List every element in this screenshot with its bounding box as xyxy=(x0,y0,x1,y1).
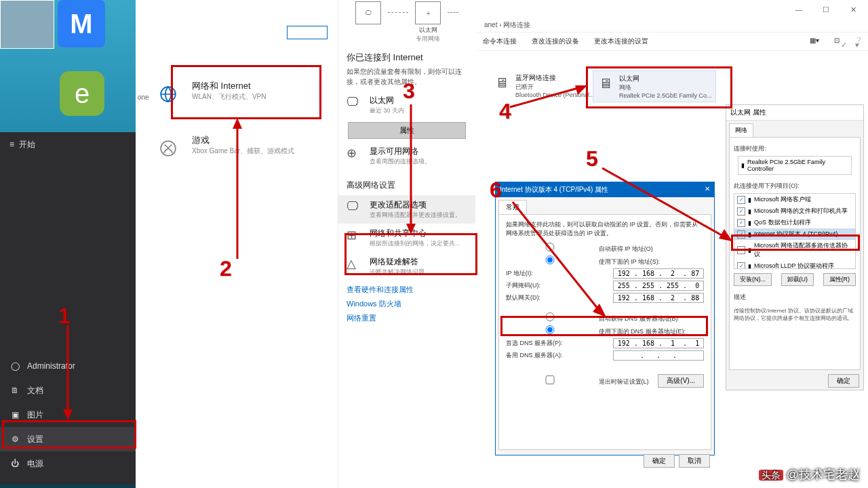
link-reset[interactable]: 网络重置 xyxy=(347,313,475,323)
user-icon: ◯ xyxy=(9,361,20,371)
watermark: 头条 @技术宅老赵 xyxy=(759,466,860,483)
props-ok-button[interactable]: 确定 xyxy=(828,374,859,388)
xbox-icon xyxy=(154,134,182,163)
adapter-properties-dialog: 以太网 属性 网络 连接时使用: ▮Realtek PCIe 2.5GbE Fa… xyxy=(726,104,864,390)
bluetooth-adapter[interactable]: 🖥 蓝牙网络连接已断开Bluetooth Device (Personal...… xyxy=(490,70,599,101)
close-button[interactable]: ✕ xyxy=(840,1,867,18)
share-icon: ⊞ xyxy=(347,228,363,248)
menu-3[interactable]: 更改本连接的设置 xyxy=(594,37,648,46)
adapter-options-row[interactable]: 🖵更改适配器选项查看网络适配器并更改连接设置。 xyxy=(338,195,475,224)
auto-ip-radio[interactable]: 自动获得 IP 地址(O) xyxy=(506,243,704,253)
category-gaming[interactable]: 游戏Xbox Game Bar、捕获、游戏模式 xyxy=(139,127,336,163)
nic-icon: ▮ xyxy=(741,162,745,169)
ipv4-properties-dialog: Internet 协议版本 4 (TCP/IPv4) 属性✕ 常规 如果网络支持… xyxy=(495,182,715,455)
settings-categories: one 网络和 InternetWLAN、飞行模式、VPN 游戏Xbox Gam… xyxy=(139,0,336,488)
link-hardware[interactable]: 查看硬件和连接属性 xyxy=(347,285,475,295)
uninstall-button[interactable]: 卸载(U) xyxy=(781,273,814,286)
eth-adapter-icon: 🖥 xyxy=(596,74,615,93)
start-label: 开始 xyxy=(19,140,35,149)
mux-icon: ▮ xyxy=(748,247,751,253)
ipv4-title: Internet 协议版本 4 (TCP/IPv4) 属性 xyxy=(500,185,608,195)
menu-1[interactable]: 命令本连接 xyxy=(483,37,517,46)
category-network[interactable]: 网络和 InternetWLAN、飞行模式、VPN xyxy=(139,73,336,108)
troubleshoot-row[interactable]: △网络疑难解答诊断并解决网络问题。 xyxy=(338,252,475,281)
blue-app-icon[interactable]: M xyxy=(58,0,105,47)
connected-heading: 你已连接到 Internet xyxy=(347,52,475,64)
manual-ip-radio[interactable]: 使用下面的 IP 地址(S): xyxy=(506,256,704,266)
bt-adapter-icon: 🖥 xyxy=(492,73,511,92)
wifi-icon: ⊕ xyxy=(347,146,363,166)
auto-dns-radio[interactable]: 自动获得 DNS 服务器地址(B) xyxy=(506,312,704,323)
caption-one: one xyxy=(138,94,149,101)
browser-icon[interactable]: e xyxy=(60,71,104,116)
monitor-icon: 🖵 xyxy=(347,95,363,115)
client-icon: ▮ xyxy=(748,197,751,203)
network-settings-panel: 🖵 ⏚以太网专用网络 你已连接到 Internet 如果您的流量套餐有限制，则你… xyxy=(338,0,475,488)
nav-prev-icon[interactable]: ✓ xyxy=(838,39,849,50)
pictures-icon: ▣ xyxy=(9,410,20,420)
network-connections-window: — ☐ ✕ anet › 网络连接 ✓▾ 命令本连接 查改连接的设备 更改本连接… xyxy=(477,0,868,107)
desktop-panel: M e ≡ 开始 ◯Administrator 🗎文档 ▣图片 ⚙设置 ⏻电源 xyxy=(0,0,136,488)
dns2-input[interactable] xyxy=(613,350,704,361)
install-button[interactable]: 安装(N)... xyxy=(734,273,772,286)
hamburger-icon[interactable]: ≡ xyxy=(9,140,14,149)
start-pics[interactable]: ▣图片 xyxy=(0,403,136,427)
gateway-input[interactable] xyxy=(613,293,704,303)
document-icon: 🗎 xyxy=(9,386,20,395)
start-settings[interactable]: ⚙设置 xyxy=(0,427,136,451)
properties-button[interactable]: 属性 xyxy=(348,122,466,139)
start-power[interactable]: ⏻电源 xyxy=(0,451,136,476)
ethernet-adapter[interactable]: 🖥 以太网网络Realtek PCIe 2.5GbE Family Co... xyxy=(593,70,716,102)
item-properties-button[interactable]: 属性(R) xyxy=(823,273,856,286)
num-4: 4 xyxy=(499,100,511,122)
lldp-icon: ▮ xyxy=(748,263,751,270)
ipv4-close-icon[interactable]: ✕ xyxy=(705,185,710,195)
num-6: 6 xyxy=(490,179,502,201)
ipv4-ok-button[interactable]: 确定 xyxy=(644,454,675,468)
breadcrumb[interactable]: anet › 网络连接 xyxy=(477,19,868,33)
dns1-input[interactable] xyxy=(613,338,704,348)
advanced-button[interactable]: 高级(V)... xyxy=(658,374,704,388)
num-1: 1 xyxy=(58,305,71,327)
num-2: 2 xyxy=(220,258,232,279)
desktop-thumbs xyxy=(0,0,54,49)
view-icon[interactable]: ▦▾ xyxy=(810,37,819,46)
toolbar-menu: 命令本连接 查改连接的设备 更改本连接的设置 ▦▾ ⊡ ❔ xyxy=(477,33,868,51)
ipv4-cancel-button[interactable]: 取消 xyxy=(679,454,710,468)
num-3: 3 xyxy=(403,80,415,102)
pc-icon: 🖵 xyxy=(355,1,381,26)
gear-icon: ⚙ xyxy=(9,434,20,444)
manual-dns-radio[interactable]: 使用下面的 DNS 服务器地址(E): xyxy=(506,325,704,336)
start-admin[interactable]: ◯Administrator xyxy=(0,354,136,378)
adapter-icon: 🖵 xyxy=(347,199,363,220)
advanced-heading: 高级网络设置 xyxy=(347,180,475,191)
show-networks-row[interactable]: ⊕显示可用网络查看周围的连接选项。 xyxy=(338,142,475,170)
menu-2[interactable]: 查改连接的设备 xyxy=(532,37,579,46)
validate-checkbox[interactable]: 退出时验证设置(L) xyxy=(506,375,654,386)
nav-dropdown-icon[interactable]: ▾ xyxy=(852,39,863,50)
adapter-name-box: ▮Realtek PCIe 2.5GbE Family Controller xyxy=(738,156,852,175)
search-input[interactable] xyxy=(287,26,328,39)
ip-address-input[interactable] xyxy=(613,268,704,279)
sharing-center-row[interactable]: ⊞网络和共享中心根据所连接到的网络，决定要共... xyxy=(338,224,475,252)
props-title: 以太网 属性 xyxy=(726,105,863,121)
warning-icon: △ xyxy=(347,256,363,277)
globe-icon xyxy=(154,80,182,108)
maximize-button[interactable]: ☐ xyxy=(812,1,840,18)
share-icon: ▮ xyxy=(748,208,751,215)
link-firewall[interactable]: Windows 防火墙 xyxy=(347,299,475,309)
props-tab[interactable]: 网络 xyxy=(729,123,753,137)
ipv4-icon: ▮ xyxy=(748,231,751,238)
ipv4-item[interactable]: ✓▮Internet 协议版本 4 (TCP/IPv4) xyxy=(734,228,855,240)
subnet-mask-input[interactable] xyxy=(613,281,704,291)
ipv4-tab[interactable]: 常规 xyxy=(498,200,527,214)
protocol-list[interactable]: ✓▮Microsoft 网络客户端 ✓▮Microsoft 网络的文件和打印机共… xyxy=(734,193,856,269)
minimize-button[interactable]: — xyxy=(785,1,812,18)
qos-icon: ▮ xyxy=(748,220,751,226)
start-docs[interactable]: 🗎文档 xyxy=(0,378,136,403)
ethernet-icon: ⏚以太网专用网络 xyxy=(415,1,441,43)
num-5: 5 xyxy=(586,148,598,169)
power-icon: ⏻ xyxy=(9,459,20,468)
